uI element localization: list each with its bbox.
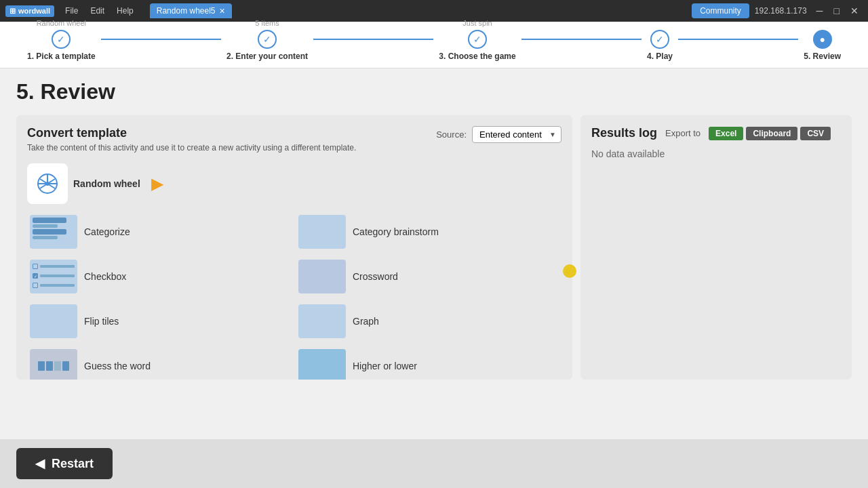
step-1-label: 1. Pick a template bbox=[27, 52, 96, 61]
titlebar: ⊞ wordwall File Edit Help Random wheel5 … bbox=[0, 0, 868, 22]
current-template: Random wheel bbox=[27, 163, 140, 204]
template-item[interactable]: Category brainstorm bbox=[296, 212, 559, 251]
page-content: 5. Review Source: Entered content Conver… bbox=[0, 68, 868, 432]
step-2-sub: 5 items bbox=[255, 19, 279, 27]
template-item[interactable]: Guess the word bbox=[27, 346, 290, 380]
step-3-sub: Just spin bbox=[462, 19, 492, 27]
step-4-circle: ✓ bbox=[650, 30, 669, 49]
page-title: 5. Review bbox=[16, 79, 852, 104]
categorize-thumb bbox=[30, 215, 77, 249]
guess-the-word-thumb bbox=[30, 349, 77, 380]
step-5: ● 5. Review bbox=[804, 30, 841, 61]
restart-label: Restart bbox=[52, 457, 94, 471]
wheel-icon bbox=[35, 171, 60, 196]
export-buttons: Excel Clipboard CSV bbox=[709, 127, 831, 140]
step-3-label: 3. Choose the game bbox=[439, 52, 515, 61]
current-template-name: Random wheel bbox=[73, 178, 140, 189]
connector-4-5 bbox=[678, 39, 798, 40]
template-name: Higher or lower bbox=[353, 361, 417, 371]
step-2-circle: ✓ bbox=[258, 30, 277, 49]
connector-2-3 bbox=[313, 39, 433, 40]
app-logo: ⊞ wordwall bbox=[5, 5, 54, 17]
arrow-right-icon: ▶ bbox=[151, 174, 163, 193]
maximize-button[interactable]: □ bbox=[830, 4, 844, 18]
connector-3-4 bbox=[521, 39, 642, 40]
menu-file[interactable]: File bbox=[60, 3, 83, 18]
template-name: Categorize bbox=[84, 226, 130, 237]
template-item[interactable]: Graph bbox=[296, 302, 559, 341]
template-name: Flip tiles bbox=[84, 316, 119, 327]
template-item[interactable]: Flip tiles bbox=[27, 302, 290, 341]
export-label: Export to bbox=[665, 128, 701, 138]
connector-1-2 bbox=[101, 39, 221, 40]
bottom-bar: ◀ Restart bbox=[0, 439, 868, 488]
svg-point-7 bbox=[45, 182, 50, 186]
step-1-sub: Random wheel bbox=[37, 19, 86, 27]
step-5-circle: ● bbox=[813, 30, 832, 49]
step-4: ✓ 4. Play bbox=[647, 30, 673, 61]
restart-button[interactable]: ◀ Restart bbox=[16, 448, 113, 479]
category-brainstorm-thumb bbox=[298, 215, 346, 249]
templates-grid: Categorize Category brainstorm bbox=[27, 212, 561, 380]
template-item[interactable]: Categorize bbox=[27, 212, 290, 251]
menu-bar: File Edit Help bbox=[60, 3, 139, 18]
progress-bar: Random wheel ✓ 1. Pick a template 5 item… bbox=[0, 22, 868, 68]
template-name: Checkbox bbox=[84, 271, 126, 282]
flip-tiles-thumb bbox=[30, 304, 77, 338]
template-list-header: Random wheel ▶ bbox=[27, 163, 561, 204]
logo-icon: ⊞ bbox=[9, 7, 16, 16]
template-name: Crossword bbox=[353, 271, 398, 282]
tab-close-button[interactable]: × bbox=[220, 6, 225, 16]
template-name: Graph bbox=[353, 316, 379, 327]
export-csv-button[interactable]: CSV bbox=[800, 127, 831, 140]
convert-description: Take the content of this activity and us… bbox=[27, 143, 561, 152]
step-1-circle: ✓ bbox=[52, 30, 71, 49]
community-button[interactable]: Community bbox=[692, 3, 749, 18]
no-data-message: No data available bbox=[591, 148, 841, 159]
menu-help[interactable]: Help bbox=[111, 3, 139, 18]
template-item[interactable]: Crossword bbox=[296, 257, 559, 296]
minimize-button[interactable]: ─ bbox=[812, 4, 827, 18]
step-4-label: 4. Play bbox=[647, 52, 673, 61]
results-header: Results log Export to Excel Clipboard CS… bbox=[591, 126, 841, 140]
step-2: 5 items ✓ 2. Enter your content bbox=[226, 30, 308, 61]
template-item[interactable]: Higher or lower bbox=[296, 346, 559, 380]
source-select[interactable]: Entered content bbox=[472, 126, 561, 143]
step-3: Just spin ✓ 3. Choose the game bbox=[439, 30, 515, 61]
export-clipboard-button[interactable]: Clipboard bbox=[746, 127, 797, 140]
graph-thumb bbox=[298, 304, 346, 338]
source-dropdown[interactable]: Entered content bbox=[472, 126, 561, 143]
step-1: Random wheel ✓ 1. Pick a template bbox=[27, 30, 96, 61]
current-template-icon bbox=[27, 163, 68, 204]
step-5-label: 5. Review bbox=[804, 52, 841, 61]
logo-text: wordwall bbox=[18, 7, 50, 15]
titlebar-right: Community 192.168.1.173 ─ □ ✕ bbox=[692, 3, 863, 18]
higher-lower-thumb bbox=[298, 349, 346, 380]
close-button[interactable]: ✕ bbox=[846, 4, 863, 18]
window-controls: ─ □ ✕ bbox=[812, 4, 863, 18]
checkbox-thumb: ✓ bbox=[30, 260, 77, 293]
step-2-label: 2. Enter your content bbox=[226, 52, 308, 61]
template-item[interactable]: ✓ Checkbox bbox=[27, 257, 290, 296]
step-3-circle: ✓ bbox=[468, 30, 487, 49]
menu-edit[interactable]: Edit bbox=[85, 3, 110, 18]
crossword-thumb bbox=[298, 260, 346, 293]
convert-panel: Source: Entered content Convert template… bbox=[16, 115, 572, 380]
source-label: Source: bbox=[436, 129, 467, 140]
results-title: Results log bbox=[591, 126, 657, 140]
source-row: Source: Entered content bbox=[436, 126, 561, 143]
results-panel: Results log Export to Excel Clipboard CS… bbox=[580, 115, 852, 380]
ip-address: 192.168.1.173 bbox=[755, 6, 807, 16]
active-tab[interactable]: Random wheel5 × bbox=[150, 3, 232, 18]
template-name: Guess the word bbox=[84, 361, 151, 371]
restart-icon: ◀ bbox=[35, 456, 45, 471]
export-excel-button[interactable]: Excel bbox=[709, 127, 743, 140]
tab-label: Random wheel5 bbox=[157, 6, 216, 16]
template-name: Category brainstorm bbox=[353, 226, 439, 237]
main-area: Source: Entered content Convert template… bbox=[16, 115, 852, 380]
